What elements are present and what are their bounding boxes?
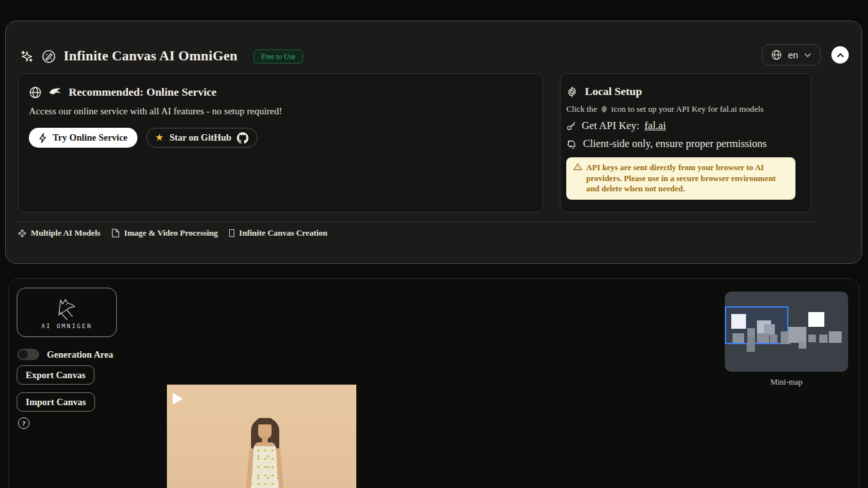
star-icon: ★ [155, 133, 164, 143]
canvas-area[interactable]: AI OMNIGEN Generation Area Export Canvas… [8, 278, 860, 488]
feature-image-video-processing: Image & Video Processing [112, 228, 218, 238]
minimap-item [747, 344, 755, 352]
minimap-widget: Mini-map [725, 292, 848, 387]
models-icon [18, 229, 26, 238]
gear-icon [600, 105, 608, 113]
free-badge: Free to Use [254, 49, 303, 64]
bell-icon [566, 138, 578, 150]
minimap-label: Mini-map [725, 378, 848, 387]
permission-line: Client-side only, ensure proper permissi… [566, 137, 801, 150]
feature-multiple-ai-models: Multiple AI Models [18, 228, 100, 238]
api-key-warning: API keys are sent directly from your bro… [566, 157, 795, 200]
sparkles-icon [20, 49, 34, 64]
play-icon[interactable] [173, 393, 183, 405]
warning-icon [573, 162, 582, 195]
features-row: Multiple AI Models Image & Video Process… [18, 228, 327, 238]
collapse-header-button[interactable] [831, 46, 849, 64]
minimap-map[interactable] [725, 292, 848, 372]
generation-area-row: Generation Area [17, 349, 113, 360]
globe-icon [29, 86, 42, 99]
setup-cards: Recommended: Online Service Access our o… [18, 73, 812, 213]
language-value: en [788, 50, 798, 60]
canvas-icon [229, 229, 234, 237]
header-actions: en [762, 44, 849, 65]
online-card-subtitle: Access our online service with all AI fe… [29, 106, 532, 117]
toggle-knob [19, 350, 28, 359]
globe-icon [771, 49, 782, 60]
export-canvas-button[interactable]: Export Canvas [17, 365, 94, 385]
chevron-down-icon [804, 53, 812, 58]
title-row: Infinite Canvas AI OmniGen Free to Use [20, 48, 303, 64]
minimap-item [808, 335, 816, 342]
minimap-item [799, 341, 806, 349]
minimap-item [747, 328, 755, 336]
page-title: Infinite Canvas AI OmniGen [64, 48, 238, 64]
minimap-item [757, 333, 769, 343]
minimap-item [808, 312, 824, 327]
local-setup-card: Local Setup Click the icon to set up you… [560, 73, 812, 213]
api-key-line: Get API Key: fal.ai [566, 119, 801, 132]
star-on-github-button[interactable]: ★ Star on GitHub [146, 128, 258, 148]
brand-logo-box: AI OMNIGEN [17, 288, 117, 337]
bird-icon [49, 87, 62, 98]
brand-logo-text: AI OMNIGEN [41, 323, 92, 329]
local-card-hint: Click the icon to set up your API Key fo… [566, 104, 801, 114]
canvas-media-item[interactable] [167, 385, 356, 488]
chevron-up-icon [837, 53, 844, 58]
media-icon [112, 229, 119, 238]
bolt-icon [39, 133, 47, 143]
feature-infinite-canvas: Infinite Canvas Creation [229, 228, 327, 238]
generation-area-label: Generation Area [47, 349, 113, 360]
palette-logo-icon [41, 49, 56, 64]
key-icon [566, 121, 577, 131]
online-card-title: Recommended: Online Service [69, 85, 216, 99]
minimap-item [829, 331, 842, 343]
online-service-card: Recommended: Online Service Access our o… [18, 73, 543, 213]
divider [18, 222, 816, 222]
minimap-item [747, 336, 755, 344]
minimap-item [731, 314, 746, 329]
minimap-item [770, 335, 777, 343]
help-button[interactable]: ? [18, 417, 30, 429]
generation-area-toggle[interactable] [17, 349, 39, 360]
wolf-logo-icon [51, 295, 82, 322]
github-icon [237, 132, 248, 144]
local-card-title: Local Setup [585, 85, 642, 98]
header-panel: Infinite Canvas AI OmniGen Free to Use e… [5, 21, 862, 264]
minimap-item [733, 333, 744, 343]
minimap-item [819, 335, 828, 343]
fal-ai-link[interactable]: fal.ai [645, 119, 666, 132]
language-selector[interactable]: en [762, 44, 820, 65]
try-online-service-button[interactable]: Try Online Service [29, 128, 137, 148]
import-canvas-button[interactable]: Import Canvas [17, 392, 95, 412]
gear-icon [566, 86, 578, 98]
